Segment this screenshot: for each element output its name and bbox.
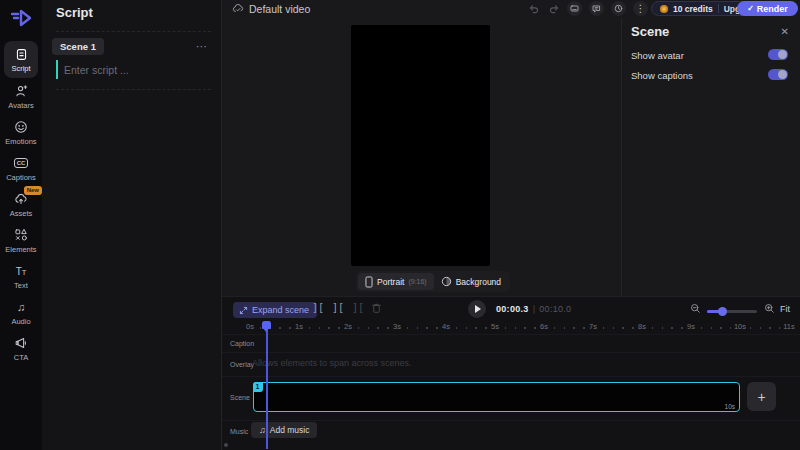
toggle-knob <box>778 70 787 79</box>
portrait-label: Portrait <box>377 277 404 287</box>
time-separator: | <box>529 304 540 314</box>
sidebar-item-script[interactable]: Script <box>4 41 38 78</box>
ruler-label: 6s <box>537 322 551 332</box>
redo-icon[interactable] <box>548 3 560 15</box>
sidebar-item-emotions[interactable]: Emotions <box>0 120 42 146</box>
row-divider <box>222 334 800 335</box>
shapes-icon <box>14 228 28 242</box>
video-editor-app: Script Avatars Emotions CC Captions New … <box>0 0 800 450</box>
sidebar-item-audio[interactable]: ♫ Audio <box>0 300 42 326</box>
playhead-line[interactable] <box>266 323 268 449</box>
ruler-label: 8s <box>635 322 649 332</box>
current-time: 00:00.3 <box>496 304 529 314</box>
delete-icon[interactable] <box>371 302 382 314</box>
megaphone-icon <box>14 336 28 350</box>
sidebar-item-label: Avatars <box>8 101 33 110</box>
close-icon[interactable]: ✕ <box>781 26 789 37</box>
keyboard-shortcuts-button[interactable] <box>567 1 582 16</box>
ruler-label: 7s <box>586 322 600 332</box>
text-icon: TT <box>16 264 27 278</box>
overlay-track-hint: Allows elements to span across scenes. <box>252 358 412 368</box>
coin-icon <box>660 5 668 13</box>
stage-area: Portrait (9:16) Background <box>222 18 621 296</box>
sidebar-item-label: Captions <box>6 173 36 182</box>
playhead-handle[interactable] <box>262 321 271 329</box>
row-divider <box>222 420 800 421</box>
sidebar-item-cta[interactable]: CTA <box>0 336 42 362</box>
portrait-mode-button[interactable]: Portrait (9:16) <box>358 273 434 290</box>
ruler-label: 9s <box>684 322 698 332</box>
history-clock-button[interactable] <box>611 1 626 16</box>
check-icon: ✓ <box>747 4 754 13</box>
sidebar-item-captions[interactable]: CC Captions <box>0 156 42 182</box>
ruler-label: 5s <box>488 322 502 332</box>
show-avatar-toggle[interactable] <box>768 49 788 60</box>
background-button[interactable]: Background <box>434 273 508 290</box>
sidebar-item-elements[interactable]: Elements <box>0 228 42 254</box>
sidebar-item-label: CTA <box>14 353 28 362</box>
ruler-label: 3s <box>390 322 404 332</box>
render-button[interactable]: ✓ Render <box>737 1 798 16</box>
credits-count: 10 credits <box>673 4 713 14</box>
comments-button[interactable] <box>589 1 604 16</box>
row-divider <box>222 352 800 353</box>
total-time: 00:10.0 <box>539 304 571 314</box>
trim-left-icon[interactable]: ][ <box>332 303 344 313</box>
add-music-label: Add music <box>270 425 310 435</box>
cloud-sync-icon <box>232 3 244 14</box>
plus-icon: + <box>757 389 765 405</box>
zoom-out-icon[interactable] <box>690 303 701 314</box>
app-logo-icon[interactable] <box>9 7 33 29</box>
overlay-track-label: Overlay <box>230 361 254 368</box>
expand-scene-label: Expand scene <box>252 305 309 315</box>
sidebar-item-avatars[interactable]: Avatars <box>0 84 42 110</box>
sidebar-item-label: Script <box>11 64 30 73</box>
script-input[interactable]: Enter script ... <box>56 60 129 79</box>
captions-icon: CC <box>14 156 29 170</box>
background-circle-icon <box>441 276 452 287</box>
sidebar-item-text[interactable]: TT Text <box>0 264 42 290</box>
project-title[interactable]: Default video <box>249 3 310 15</box>
background-label: Background <box>456 277 501 287</box>
scene-track-label: Scene <box>230 394 250 401</box>
scene-clip[interactable]: 1 10s <box>253 382 740 412</box>
row-divider <box>222 376 800 377</box>
time-display: 00:00.3|00:10.0 <box>496 304 571 314</box>
expand-scene-button[interactable]: Expand scene <box>233 302 317 318</box>
scene-menu-ellipsis-icon[interactable]: ⋯ <box>196 40 208 53</box>
play-icon <box>475 305 481 313</box>
add-scene-button[interactable]: + <box>747 382 776 411</box>
video-preview-canvas[interactable] <box>351 25 490 266</box>
ruler-label: 2s <box>341 322 355 332</box>
ruler-label: 10s <box>731 322 749 332</box>
split-clip-icon[interactable]: ][ <box>312 303 324 313</box>
show-avatar-label: Show avatar <box>631 50 684 61</box>
slider-knob[interactable] <box>718 307 727 316</box>
trim-right-icon[interactable]: ][ <box>352 303 364 313</box>
undo-icon[interactable] <box>528 3 540 15</box>
scene-settings-panel: Scene ✕ Show avatar Show captions <box>621 18 800 296</box>
emotions-icon <box>14 120 28 134</box>
sidebar-item-label: Elements <box>5 245 36 254</box>
scene-clip-index-badge: 1 <box>253 382 263 392</box>
ruler-ticks[interactable] <box>250 327 794 329</box>
timeline-zoom-slider[interactable] <box>707 310 757 313</box>
overflow-menu-button[interactable]: ⋮ <box>633 1 648 16</box>
icon-sidebar: Script Avatars Emotions CC Captions New … <box>0 0 42 450</box>
scene-chip[interactable]: Scene 1 <box>52 38 104 55</box>
aspect-ratio-label: (9:16) <box>408 278 426 285</box>
play-button[interactable] <box>468 300 486 318</box>
zoom-in-icon[interactable] <box>764 303 775 314</box>
ruler-label: 11s <box>780 322 798 332</box>
fit-button[interactable]: Fit <box>780 304 790 314</box>
show-captions-toggle[interactable] <box>768 69 788 80</box>
music-note-icon: ♫ <box>17 300 25 314</box>
toggle-knob <box>778 50 787 59</box>
expand-icon <box>239 306 248 315</box>
divider <box>56 89 211 90</box>
sidebar-item-label: Assets <box>10 209 33 218</box>
scene-clip-duration: 10s <box>725 403 735 410</box>
add-music-button[interactable]: ♫ Add music <box>251 422 317 438</box>
sidebar-item-label: Emotions <box>5 137 36 146</box>
sidebar-item-assets[interactable]: New Assets <box>0 192 42 218</box>
